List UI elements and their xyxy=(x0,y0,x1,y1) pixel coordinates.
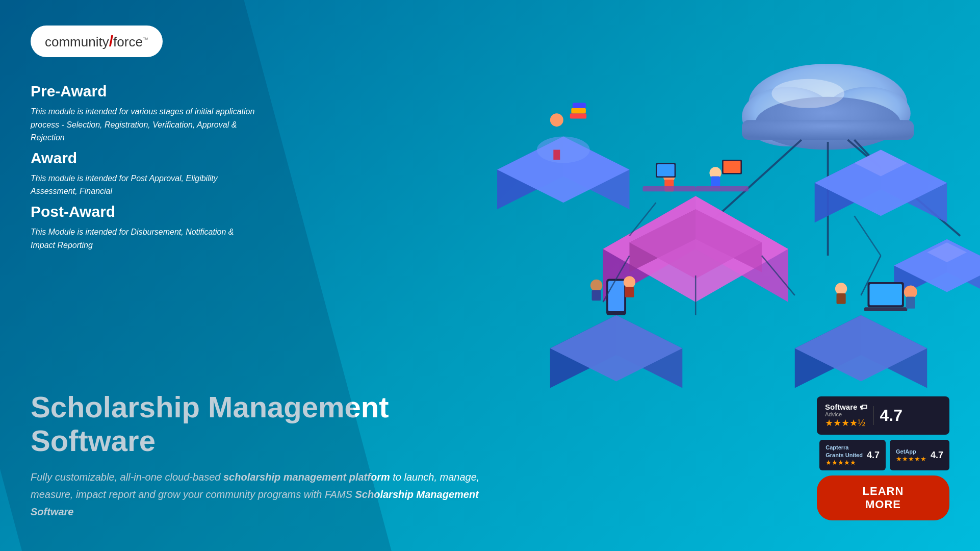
svg-rect-49 xyxy=(592,290,601,301)
platform-6 xyxy=(795,282,927,388)
svg-point-48 xyxy=(590,280,602,291)
svg-point-50 xyxy=(624,276,635,288)
illustration xyxy=(286,0,980,551)
post-award-section: Post-Award This Module is intended for D… xyxy=(31,203,255,257)
svg-point-9 xyxy=(771,79,844,108)
platform-3 xyxy=(815,150,947,223)
svg-rect-18 xyxy=(573,103,586,108)
svg-point-60 xyxy=(835,283,847,294)
svg-rect-4 xyxy=(742,120,914,140)
svg-rect-28 xyxy=(657,164,675,176)
platform-5 xyxy=(550,276,682,388)
svg-point-14 xyxy=(550,113,563,127)
post-award-title: Post-Award xyxy=(31,203,255,220)
logo-text: community/force™ xyxy=(45,33,148,50)
platform-1 xyxy=(497,103,629,209)
left-panel: community/force™ Pre-Award This module i… xyxy=(0,0,286,551)
svg-rect-61 xyxy=(837,293,846,304)
pre-award-title: Pre-Award xyxy=(31,83,255,100)
award-title: Award xyxy=(31,149,255,167)
svg-rect-51 xyxy=(625,287,634,297)
svg-rect-32 xyxy=(724,161,741,173)
post-award-desc: This Module is intended for Disbursement… xyxy=(31,226,255,252)
right-panel xyxy=(286,0,980,551)
svg-point-13 xyxy=(537,137,590,163)
svg-rect-57 xyxy=(864,307,907,311)
award-section: Award This module is intended for Post A… xyxy=(31,149,255,203)
svg-rect-15 xyxy=(553,150,560,160)
logo: community/force™ xyxy=(31,26,163,57)
svg-rect-33 xyxy=(642,186,695,191)
award-desc: This module is intended for Post Approva… xyxy=(31,172,255,198)
svg-rect-34 xyxy=(695,186,749,191)
svg-rect-16 xyxy=(570,113,586,118)
svg-rect-17 xyxy=(571,108,586,113)
svg-rect-47 xyxy=(608,281,624,311)
pre-award-section: Pre-Award This module is intended for va… xyxy=(31,83,255,149)
svg-rect-56 xyxy=(869,284,902,306)
logo-community: community xyxy=(45,34,109,49)
pre-award-desc: This module is intended for various stag… xyxy=(31,105,255,144)
logo-force: force xyxy=(113,34,143,49)
svg-line-67 xyxy=(855,216,881,256)
svg-rect-59 xyxy=(906,297,915,309)
logo-tm: ™ xyxy=(143,36,148,42)
